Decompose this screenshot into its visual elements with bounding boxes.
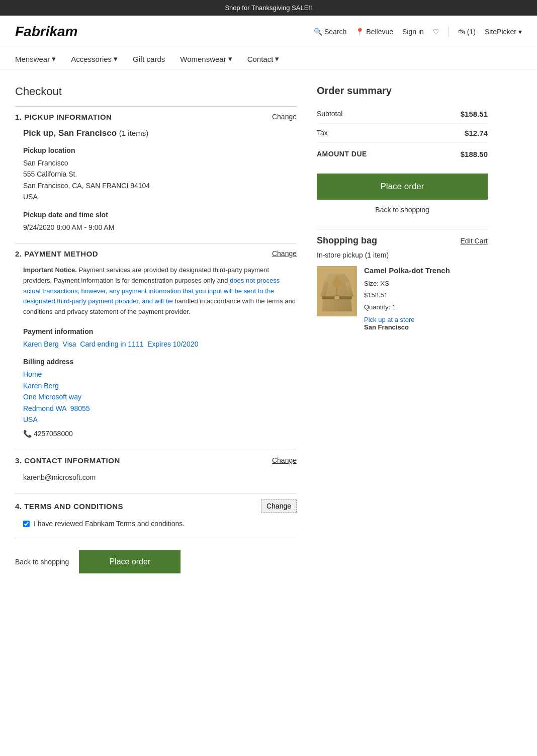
- divider-after-payment: [15, 450, 297, 450]
- chevron-down-icon: ▾: [114, 54, 118, 63]
- payment-info-label: Payment information: [23, 327, 297, 335]
- product-details: Camel Polka-dot Trench Size: XS $158.51 …: [364, 266, 488, 331]
- page-title: Checkout: [15, 85, 297, 98]
- nav-label-contact: Contact: [247, 55, 274, 63]
- location-action[interactable]: 📍 Bellevue: [355, 28, 393, 36]
- location-label: Bellevue: [366, 28, 393, 36]
- back-to-shopping-link[interactable]: Back to shopping: [317, 206, 488, 214]
- pickup-change-link[interactable]: Change: [272, 113, 297, 121]
- signin-action[interactable]: Sign in: [402, 28, 424, 36]
- product-coat-svg: [319, 269, 354, 314]
- nav-item-accessories[interactable]: Accessories ▾: [71, 54, 118, 63]
- contact-email: karenb@microsoft.com: [23, 472, 297, 483]
- order-summary-title: Order summary: [317, 85, 488, 97]
- nav-item-giftcards[interactable]: Gift cards: [133, 55, 165, 63]
- billing-line-home: Home: [23, 370, 42, 378]
- search-action[interactable]: 🔍 Search: [314, 28, 346, 36]
- pickup-section-title: 1. PICKUP INFORMATION: [15, 113, 112, 121]
- billing-line-country: USA: [23, 415, 38, 424]
- signin-label: Sign in: [402, 28, 424, 36]
- pickup-datetime-value: 9/24/2020 8:00 AM - 9:00 AM: [23, 222, 297, 233]
- right-column: Order summary Subtotal $158.51 Tax $12.7…: [317, 85, 488, 589]
- main-nav: Menswear ▾ Accessories ▾ Gift cards Wome…: [0, 48, 537, 70]
- top-banner: Shop for Thanksgiving SALE!!: [0, 0, 537, 16]
- contact-change-link[interactable]: Change: [272, 456, 297, 464]
- chevron-down-icon: ▾: [275, 54, 279, 63]
- payment-section-title: 2. PAYMENT METHOD: [15, 249, 98, 258]
- location-icon: 📍: [355, 28, 364, 36]
- bottom-actions: Back to shopping Place order: [15, 550, 297, 589]
- cart-action[interactable]: 🛍 (1): [458, 28, 476, 36]
- pickup-location-address: San Francisco 555 California St. San Fra…: [23, 157, 297, 203]
- terms-section: 4. TERMS AND CONDITIONS Change I have re…: [15, 499, 297, 528]
- payment-section: 2. PAYMENT METHOD Change Important Notic…: [15, 249, 297, 440]
- terms-checkbox[interactable]: [23, 521, 30, 527]
- sitepicker-action[interactable]: SitePicker ▾: [485, 28, 522, 36]
- product-name: Camel Polka-dot Trench: [364, 266, 488, 275]
- subtotal-value: $158.51: [461, 110, 488, 118]
- header: Fabrikam 🔍 Search 📍 Bellevue Sign in ♡ 🛍…: [0, 16, 537, 48]
- payment-change-link[interactable]: Change: [272, 249, 297, 258]
- chevron-down-icon: ▾: [52, 54, 56, 63]
- pickup-city: Pick up, San Francisco: [23, 128, 117, 138]
- contact-section-title: 3. CONTACT INFORMATION: [15, 456, 120, 465]
- product-item: Camel Polka-dot Trench Size: XS $158.51 …: [317, 266, 488, 331]
- search-icon: 🔍: [314, 28, 322, 36]
- payment-notice-bold: Important Notice.: [23, 266, 77, 274]
- place-order-button-bottom[interactable]: Place order: [79, 550, 181, 573]
- chevron-down-icon: ▾: [228, 54, 232, 63]
- cart-count: (1): [467, 28, 476, 36]
- nav-label-menswear: Menswear: [15, 55, 50, 63]
- product-pickup-label: Pick up at a store: [364, 316, 488, 323]
- billing-line-street: One Microsoft way: [23, 393, 81, 401]
- nav-label-accessories: Accessories: [71, 55, 112, 63]
- cart-icon: 🛍: [458, 28, 465, 36]
- main-content: Checkout 1. PICKUP INFORMATION Change Pi…: [0, 70, 537, 604]
- terms-checkbox-label: I have reviewed Fabrikam Terms and condi…: [34, 520, 185, 528]
- pickup-title: Pick up, San Francisco (1 items): [23, 128, 297, 138]
- pickup-location-label: Pickup location: [23, 146, 297, 154]
- total-value: $188.50: [461, 150, 488, 158]
- divider-after-contact: [15, 493, 297, 493]
- summary-row-total: AMOUNT DUE $188.50: [317, 145, 488, 163]
- terms-change-button[interactable]: Change: [261, 499, 297, 513]
- product-info: Size: XS $158.51 Quantity: 1: [364, 278, 488, 313]
- billing-phone: 📞 4257058000: [23, 428, 297, 439]
- pickup-section-header: 1. PICKUP INFORMATION Change: [15, 113, 297, 121]
- nav-item-womenswear[interactable]: Womenswear ▾: [180, 54, 232, 63]
- svg-rect-1: [334, 296, 339, 300]
- billing-address-lines: Home Karen Berg One Microsoft way Redmon…: [23, 369, 297, 425]
- heart-icon: ♡: [433, 28, 439, 36]
- contact-section-header: 3. CONTACT INFORMATION Change: [15, 456, 297, 465]
- search-label: Search: [324, 28, 346, 36]
- contact-section: 3. CONTACT INFORMATION Change karenb@mic…: [15, 456, 297, 483]
- divider: [15, 106, 297, 107]
- billing-address-label: Billing address: [23, 358, 297, 366]
- pickup-section: 1. PICKUP INFORMATION Change Pick up, Sa…: [15, 113, 297, 233]
- shopping-bag-header: Shopping bag Edit Cart: [317, 235, 488, 246]
- bag-subtitle: In-store pickup (1 item): [317, 251, 488, 259]
- shopping-bag-title: Shopping bag: [317, 235, 377, 246]
- billing-line-name: Karen Berg: [23, 382, 59, 390]
- terms-checkbox-row: I have reviewed Fabrikam Terms and condi…: [23, 520, 297, 528]
- nav-item-contact[interactable]: Contact ▾: [247, 54, 280, 63]
- terms-section-title: 4. TERMS AND CONDITIONS: [15, 502, 123, 511]
- subtotal-label: Subtotal: [317, 110, 342, 118]
- chevron-down-icon: ▾: [518, 28, 522, 36]
- product-store: San Francisco: [364, 323, 488, 331]
- pickup-datetime-label: Pickup date and time slot: [23, 211, 297, 219]
- left-column: Checkout 1. PICKUP INFORMATION Change Pi…: [15, 85, 297, 589]
- nav-item-menswear[interactable]: Menswear ▾: [15, 54, 56, 63]
- banner-text: Shop for Thanksgiving SALE!!: [225, 4, 312, 12]
- edit-cart-link[interactable]: Edit Cart: [461, 237, 488, 245]
- header-divider: [449, 27, 449, 37]
- right-divider: [317, 229, 488, 229]
- pickup-items-count: (1 items): [119, 129, 148, 137]
- wishlist-action[interactable]: ♡: [433, 28, 439, 36]
- shopping-bag: Shopping bag Edit Cart In-store pickup (…: [317, 235, 488, 331]
- back-to-shopping-link-bottom[interactable]: Back to shopping: [15, 558, 69, 566]
- logo[interactable]: Fabrikam: [15, 24, 314, 40]
- place-order-button[interactable]: Place order: [317, 174, 488, 200]
- divider-after-pickup: [15, 243, 297, 243]
- terms-section-header: 4. TERMS AND CONDITIONS Change: [15, 499, 297, 513]
